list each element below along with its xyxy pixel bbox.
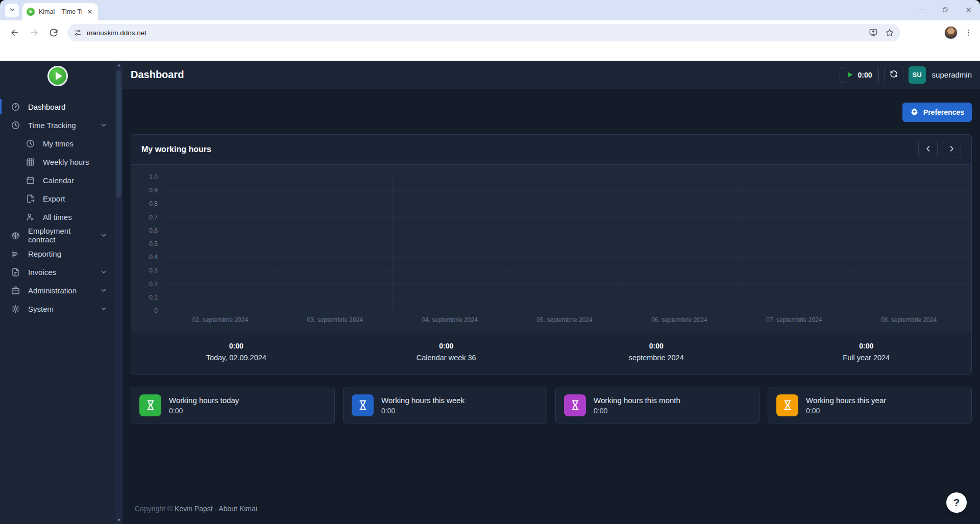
sidebar-item-reporting[interactable]: Reporting <box>0 244 115 263</box>
footer: Copyright © Kevin Papst · About Kimai <box>131 505 972 524</box>
close-button[interactable] <box>957 0 980 19</box>
kimai-favicon-icon <box>27 8 35 16</box>
chevron-left-icon <box>924 145 932 154</box>
summary-value: 0:00 <box>131 342 341 350</box>
tab-close-icon[interactable] <box>86 8 94 16</box>
x-axis-tick-label: 05. septembrie 2024 <box>507 316 622 323</box>
chevron-down-icon <box>100 287 107 294</box>
summary-label: Calendar week 36 <box>341 354 552 362</box>
about-kimai-link[interactable]: About Kimai <box>218 505 257 513</box>
previous-period-button[interactable] <box>918 141 938 158</box>
stat-card-label: Working hours this year <box>806 396 886 405</box>
sidebar-item-all-times[interactable]: All times <box>0 208 115 226</box>
main-content: Dashboard 0:00 SU superadmin <box>122 61 980 524</box>
y-axis-tick-label: 0.5 <box>149 240 158 247</box>
stat-card-value: 0:00 <box>169 407 239 415</box>
hourglass-icon <box>139 394 161 416</box>
browser-profile-avatar[interactable] <box>944 26 958 39</box>
sidebar-item-my-times[interactable]: My times <box>0 134 115 153</box>
timer-button[interactable]: 0:00 <box>840 67 879 83</box>
x-axis-tick-label: 08. septembrie 2024 <box>851 316 966 323</box>
y-axis-tick-label: 0.9 <box>149 187 158 194</box>
grid-icon <box>26 157 35 167</box>
sidebar-item-system[interactable]: System <box>0 300 115 318</box>
sidebar: DashboardTime TrackingMy timesWeekly hou… <box>0 61 122 524</box>
page-body: Preferences My working hours 1.00.90.80.… <box>122 89 980 524</box>
sidebar-item-calendar[interactable]: Calendar <box>0 171 115 189</box>
sidebar-nav: DashboardTime TrackingMy timesWeekly hou… <box>0 97 115 318</box>
clock-icon <box>11 120 20 130</box>
sidebar-item-time-tracking[interactable]: Time Tracking <box>0 116 115 134</box>
preferences-button[interactable]: Preferences <box>902 103 972 122</box>
page-header: Dashboard 0:00 SU superadmin <box>122 61 980 89</box>
bookmark-star-icon[interactable] <box>885 28 894 37</box>
sidebar-scrollbar[interactable]: ▲ ▼ <box>115 61 122 524</box>
sidebar-item-label: Weekly hours <box>43 158 89 166</box>
kimai-logo-icon[interactable] <box>47 66 68 86</box>
gridline-vertical <box>507 177 507 311</box>
url-bar[interactable]: mariuskim.ddns.net <box>67 24 900 41</box>
stat-text: Working hours this week0:00 <box>381 396 464 415</box>
sidebar-item-label: Calendar <box>43 176 74 185</box>
hourglass-icon <box>776 394 798 416</box>
sidebar-item-weekly-hours[interactable]: Weekly hours <box>0 153 115 171</box>
gridline-horizontal <box>163 284 966 285</box>
site-settings-icon[interactable] <box>74 29 82 37</box>
scrollbar-down-icon[interactable]: ▼ <box>115 516 122 524</box>
y-axis-tick-label: 1.0 <box>149 173 158 181</box>
stat-card-label: Working hours today <box>169 396 239 405</box>
chart-x-axis: 02. septembrie 202403. septembrie 202404… <box>133 311 969 332</box>
stat-text: Working hours today0:00 <box>169 396 239 415</box>
scrollbar-thumb[interactable] <box>116 70 121 197</box>
sidebar-item-label: My times <box>43 139 74 148</box>
scrollbar-up-icon[interactable]: ▲ <box>115 61 122 69</box>
gridline-horizontal <box>163 190 966 191</box>
summary-value: 0:00 <box>762 342 972 350</box>
gear-icon <box>11 304 20 314</box>
username[interactable]: superadmin <box>932 70 972 79</box>
tab-search-button[interactable] <box>5 4 19 17</box>
stat-cards-row: Working hours today0:00Working hours thi… <box>131 387 972 423</box>
gauge-icon <box>11 102 20 112</box>
user-avatar[interactable]: SU <box>909 66 926 84</box>
summary-block: 0:00Full year 2024 <box>762 342 972 362</box>
sync-button[interactable] <box>884 66 903 84</box>
browser-menu-icon[interactable] <box>962 25 975 40</box>
url-text[interactable]: mariuskim.ddns.net <box>87 29 862 37</box>
sidebar-item-label: Invoices <box>28 268 56 277</box>
install-app-icon[interactable] <box>869 28 878 37</box>
stat-card-working-hours-this-year: Working hours this year0:00 <box>768 387 972 423</box>
author-link[interactable]: Kevin Papst <box>175 505 213 513</box>
timer-value: 0:00 <box>858 71 872 79</box>
next-period-button[interactable] <box>942 141 961 158</box>
back-button[interactable] <box>6 24 23 41</box>
sidebar-item-invoices[interactable]: Invoices <box>0 263 115 281</box>
summary-block: 0:00Today, 02.09.2024 <box>131 342 341 362</box>
card-title: My working hours <box>141 145 211 154</box>
sidebar-item-administration[interactable]: Administration <box>0 281 115 300</box>
chevron-down-icon <box>100 232 107 239</box>
sidebar-item-employment-contract[interactable]: Employment contract <box>0 226 115 244</box>
minimize-button[interactable] <box>910 0 933 19</box>
gridline-horizontal <box>163 231 966 231</box>
stat-card-working-hours-this-week: Working hours this week0:00 <box>343 387 547 423</box>
gridline-horizontal <box>163 244 966 244</box>
sidebar-item-label: All times <box>43 213 72 221</box>
browser-tab[interactable]: Kimai – Time Tr <box>22 3 98 20</box>
forward-button[interactable] <box>26 24 43 41</box>
hourglass-icon <box>352 394 374 416</box>
chart-y-axis: 1.00.90.80.70.60.50.40.30.20.10 <box>136 177 163 311</box>
x-axis-tick-label: 03. septembrie 2024 <box>278 316 393 323</box>
sidebar-item-export[interactable]: Export <box>0 189 115 208</box>
help-button[interactable]: ? <box>946 492 967 513</box>
sidebar-item-dashboard[interactable]: Dashboard <box>0 97 115 116</box>
report-icon <box>11 249 20 259</box>
sidebar-item-label: Dashboard <box>28 103 65 111</box>
reload-button[interactable] <box>45 24 62 41</box>
chevron-down-icon <box>100 305 107 312</box>
restore-button[interactable] <box>933 0 957 19</box>
gridline-vertical <box>622 177 622 311</box>
chevron-down-icon <box>100 268 107 276</box>
summary-value: 0:00 <box>341 342 552 350</box>
y-axis-tick-label: 0.6 <box>149 227 158 234</box>
